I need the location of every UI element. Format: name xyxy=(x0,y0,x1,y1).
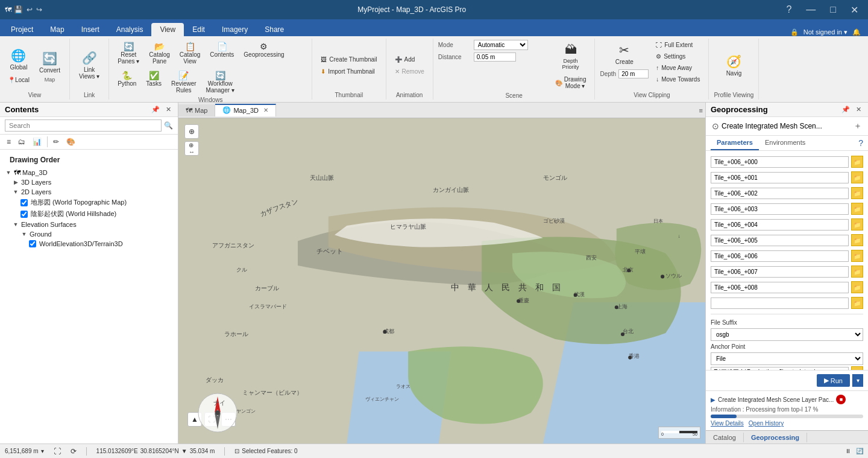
tile-browse-8[interactable]: 📁 xyxy=(851,281,863,293)
tab-analysis[interactable]: Analysis xyxy=(108,23,152,36)
map-menu-icon[interactable]: ≡ xyxy=(699,107,703,114)
view-details-link[interactable]: View Details xyxy=(711,420,744,427)
python-button[interactable]: 🐍 Python xyxy=(114,69,140,89)
tile-browse-2[interactable]: 📁 xyxy=(851,187,863,199)
depth-input[interactable] xyxy=(618,69,649,78)
undo-icon[interactable]: ↩ xyxy=(27,5,33,14)
ground-expand-icon[interactable]: ▼ xyxy=(20,231,28,237)
full-extent-button[interactable]: ⛶ Full Extent xyxy=(652,40,703,50)
tile-browse-empty[interactable]: 📁 xyxy=(851,297,863,309)
tab-edit[interactable]: Edit xyxy=(184,23,213,36)
contents-button[interactable]: 📄 Contents xyxy=(206,40,237,60)
notifications-icon[interactable]: 🔔 xyxy=(852,28,861,36)
tile-input-6[interactable] xyxy=(711,250,849,262)
refresh-icon[interactable]: 🔄 xyxy=(856,448,863,454)
geo-help-button[interactable]: ? xyxy=(858,138,863,148)
tile-input-2[interactable] xyxy=(711,188,849,199)
save-icon[interactable]: 💾 xyxy=(14,5,23,14)
move-away-button[interactable]: ↑ Move Away xyxy=(652,63,703,73)
reviewer-rules-button[interactable]: 📝 ReviewerRules xyxy=(168,69,200,95)
geo-close-icon[interactable]: ✕ xyxy=(854,106,863,113)
tile-input-empty[interactable] xyxy=(711,297,849,309)
tile-input-8[interactable] xyxy=(711,282,849,293)
anchor-point-select[interactable]: File xyxy=(711,352,863,365)
pin-icon[interactable]: 📌 xyxy=(149,106,162,113)
tile-input-4[interactable] xyxy=(711,219,849,231)
tab-share[interactable]: Share xyxy=(256,23,292,36)
convert-button[interactable]: 🔄 Convert xyxy=(35,48,64,77)
map-tab-map3d[interactable]: 🌐 Map_3D ✕ xyxy=(215,104,276,116)
zoom-controls[interactable]: ⊕ xyxy=(184,124,199,139)
pause-icon[interactable]: ⏸ xyxy=(845,448,851,454)
2d-layers-item[interactable]: ▼ 2D Layers xyxy=(0,187,178,197)
help-button[interactable]: ? xyxy=(781,3,796,16)
tasks-button[interactable]: ✅ Tasks xyxy=(142,69,165,89)
tile-browse-6[interactable]: 📁 xyxy=(851,250,863,262)
tile-browse-0[interactable]: 📁 xyxy=(851,156,863,168)
rotate-icon[interactable]: ⟳ xyxy=(71,447,77,456)
tab-view[interactable]: View xyxy=(151,23,184,36)
drawing-mode-button[interactable]: 🎨 DrawingMode ▾ xyxy=(552,74,590,91)
create-thumbnail-button[interactable]: 🖼 Create Thumbnail xyxy=(317,54,380,65)
3d-layers-item[interactable]: ▶ 3D Layers xyxy=(0,177,178,187)
tile-input-7[interactable] xyxy=(711,266,849,278)
3dlayers-expand-icon[interactable]: ▶ xyxy=(12,179,19,185)
geo-pin-icon[interactable]: 📌 xyxy=(840,106,852,113)
geoprocessing-button[interactable]: ⚙ Geoprocessing xyxy=(240,40,288,60)
tile-input-1[interactable] xyxy=(711,172,849,183)
link-views-button[interactable]: 🔗 LinkViews ▾ xyxy=(75,48,104,83)
run-dropdown-button[interactable]: ▾ xyxy=(852,374,863,387)
geo-add-button[interactable]: ＋ xyxy=(854,121,862,132)
tile-input-3[interactable] xyxy=(711,203,849,215)
tile-browse-3[interactable]: 📁 xyxy=(851,203,863,215)
2dlayers-expand-icon[interactable]: ▼ xyxy=(12,189,19,195)
tab-map[interactable]: Map xyxy=(42,23,72,36)
compass-widget[interactable]: ナイ xyxy=(197,392,239,434)
catalog-view-button[interactable]: 📋 CatalogView xyxy=(176,40,204,66)
hillshade-checkbox[interactable] xyxy=(20,211,28,218)
close-button[interactable]: ✕ xyxy=(846,3,863,17)
bottom-tab-geoprocessing[interactable]: Geoprocessing xyxy=(744,433,807,442)
tab-insert[interactable]: Insert xyxy=(73,23,108,36)
distance-input[interactable] xyxy=(474,52,516,62)
tile-input-0[interactable] xyxy=(711,156,849,168)
worldelevation-item[interactable]: WorldElevation3D/Terrain3D xyxy=(0,239,178,249)
worldelevation-checkbox[interactable] xyxy=(29,240,36,247)
edit-visibility-icon[interactable]: ✏ xyxy=(50,136,62,147)
navigate-button[interactable]: 🧭 Navig xyxy=(720,51,747,80)
map-tab-map[interactable]: 🗺 Map xyxy=(178,104,215,116)
map-viewport[interactable]: カザフスタン 天山山脈 カンガイ山脈 モンゴル アフガニスタン クル カーブル … xyxy=(178,118,705,444)
tile-input-5[interactable] xyxy=(711,235,849,246)
tile-browse-7[interactable]: 📁 xyxy=(851,266,863,278)
local-button[interactable]: 📍 Local xyxy=(5,75,33,85)
elevation-expand-icon[interactable]: ▼ xyxy=(12,221,19,227)
import-thumbnail-button[interactable]: ⬇ Import Thumbnail xyxy=(317,66,380,77)
map-pan-button[interactable]: ⊕↔ xyxy=(184,141,199,156)
search-icon[interactable]: 🔍 xyxy=(164,121,173,130)
add-animation-button[interactable]: ➕ Add xyxy=(391,54,428,65)
edit-style-icon[interactable]: 🎨 xyxy=(63,136,78,147)
geo-tab-environments[interactable]: Environments xyxy=(759,136,811,150)
maximize-button[interactable]: □ xyxy=(825,3,841,16)
tile-browse-1[interactable]: 📁 xyxy=(851,171,863,183)
tab-project[interactable]: Project xyxy=(2,23,42,36)
stop-button[interactable]: ■ xyxy=(836,395,846,404)
list-by-source-icon[interactable]: 🗂 xyxy=(15,136,28,147)
tile-browse-4[interactable]: 📁 xyxy=(851,218,863,231)
depth-priority-button[interactable]: 🏔 DepthPriority xyxy=(558,40,584,73)
file-suffix-select[interactable]: osgb xyxy=(711,328,863,341)
mode-select[interactable]: Automatic xyxy=(474,40,528,50)
open-history-link[interactable]: Open History xyxy=(749,420,784,427)
topographic-checkbox[interactable] xyxy=(20,199,28,206)
map3d-expand-icon[interactable]: ▼ xyxy=(5,170,12,176)
catalog-pane-button[interactable]: 📂 CatalogPane xyxy=(145,40,173,66)
contents-close-icon[interactable]: ✕ xyxy=(164,106,173,113)
extent-icon[interactable]: ⛶ xyxy=(54,447,61,456)
map3d-tab-close-icon[interactable]: ✕ xyxy=(263,107,268,113)
tab-imagery[interactable]: Imagery xyxy=(213,23,256,36)
create-clipping-button[interactable]: ✂ Create xyxy=(611,40,638,68)
list-by-type-icon[interactable]: 📊 xyxy=(30,136,45,147)
reset-panes-button[interactable]: 🔄 ResetPanes ▾ xyxy=(114,40,143,66)
elevation-surfaces-item[interactable]: ▼ Elevation Surfaces xyxy=(0,220,178,229)
minimize-button[interactable]: — xyxy=(801,3,820,16)
